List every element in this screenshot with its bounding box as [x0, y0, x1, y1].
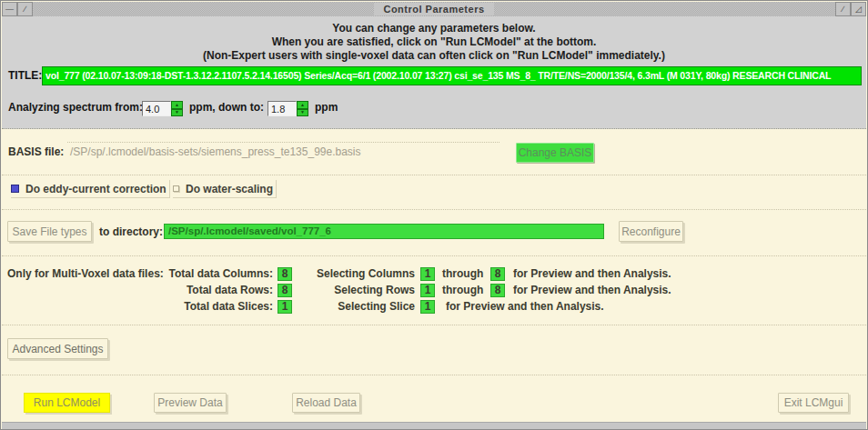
multivoxel-row-slices: Total data Slices: 1 Selecting Slice 1 f… [2, 300, 866, 316]
separator-3 [2, 255, 866, 256]
selecting-columns-from[interactable]: 1 [420, 267, 435, 281]
spinner-up-icon[interactable]: ▲ [171, 101, 183, 109]
total-columns-label: Total data Columns: [2, 267, 273, 280]
total-rows-label: Total data Rows: [2, 284, 273, 296]
through-label: through [442, 267, 483, 280]
total-slices-value[interactable]: 1 [278, 300, 292, 314]
advanced-settings-button[interactable]: Advanced Settings [7, 338, 108, 359]
instruction-line-3: (Non-Expert users with single-voxel data… [2, 49, 866, 63]
water-scaling-label: Do water-scaling [186, 183, 273, 195]
columns-suffix-label: for Preview and then Analysis. [513, 267, 671, 280]
spinner-down-icon[interactable]: ▼ [297, 109, 308, 117]
window-menu-icon[interactable]: — [2, 2, 17, 16]
analyze-from-label: Analyzing spectrum from: [8, 101, 143, 114]
run-lcmodel-button[interactable]: Run LCModel [24, 393, 110, 413]
selecting-slice-label: Selecting Slice [302, 300, 415, 313]
through-label: through [442, 284, 483, 296]
ppm-to-spinner: ▲ ▼ [297, 101, 308, 116]
header-panel: You can change any parameters below. Whe… [2, 16, 866, 129]
separator-2 [2, 209, 866, 210]
instructions: You can change any parameters below. Whe… [2, 22, 866, 63]
basis-field-rule [67, 142, 500, 143]
separator-4 [2, 325, 866, 325]
title-row: TITLE: vol_777 (02.10.07-13:09:18-DST-1.… [8, 66, 862, 85]
ppm-from-spinner: ▲ ▼ [171, 101, 183, 116]
instruction-line-2: When you are satisfied, click on "Run LC… [2, 35, 866, 49]
checkbox-unchecked-icon[interactable] [173, 185, 179, 192]
preview-data-button[interactable]: Preview Data [154, 393, 227, 413]
separator-1 [2, 175, 866, 175]
titlebar: — ∕ Control Parameters ∕ ◿ [2, 2, 866, 16]
spinner-down-icon[interactable]: ▼ [171, 109, 183, 117]
total-rows-value[interactable]: 8 [278, 284, 292, 297]
window-title-area: Control Parameters [33, 2, 835, 16]
analyze-end-label: ppm [315, 101, 338, 114]
window-shade-icon[interactable]: ∕ [17, 2, 33, 16]
to-directory-label: to directory: [99, 225, 163, 238]
water-scaling-toggle[interactable]: Do water-scaling [173, 180, 277, 198]
basis-file-label: BASIS file: [8, 145, 64, 158]
control-parameters-window: — ∕ Control Parameters ∕ ◿ You can chang… [0, 0, 868, 430]
multivoxel-row-columns: Only for Multi-Voxel data files: Total d… [2, 267, 866, 284]
reload-data-button[interactable]: Reload Data [292, 393, 360, 413]
selecting-rows-from[interactable]: 1 [420, 284, 435, 297]
change-basis-button[interactable]: Change BASIS [516, 143, 594, 163]
title-label: TITLE: [8, 69, 42, 82]
minimize-icon[interactable]: ∕ [835, 2, 851, 16]
ppm-from-input[interactable] [142, 101, 171, 116]
selecting-rows-to[interactable]: 8 [490, 284, 505, 297]
analyze-row: Analyzing spectrum from: ▲ ▼ ppm, down t… [8, 101, 854, 119]
spinner-up-icon[interactable]: ▲ [297, 101, 308, 109]
selecting-slice-value[interactable]: 1 [420, 300, 435, 314]
save-directory-field[interactable]: /SP/sp/.lcmodel/saved/vol_777_6 [164, 224, 604, 239]
rows-suffix-label: for Preview and then Analysis. [513, 284, 671, 296]
ppm-to-input[interactable] [267, 101, 297, 116]
basis-path[interactable]: /SP/sp/.lcmodel/basis-sets/siemens_press… [70, 145, 361, 158]
checkbox-checked-icon[interactable] [11, 185, 19, 193]
maximize-icon[interactable]: ◿ [851, 2, 866, 16]
selecting-rows-label: Selecting Rows [302, 284, 415, 296]
instruction-line-1: You can change any parameters below. [2, 22, 866, 35]
slice-suffix-label: for Preview and then Analysis. [446, 300, 604, 313]
save-file-types-button[interactable]: Save File types [7, 221, 92, 242]
eddy-current-toggle[interactable]: Do eddy-current correction [11, 180, 170, 198]
separator-5 [2, 375, 866, 375]
main-panel: BASIS file: /SP/sp/.lcmodel/basis-sets/s… [2, 130, 866, 421]
reconfigure-button[interactable]: Reconfigure [619, 221, 683, 242]
exit-lcmgui-button[interactable]: Exit LCMgui [778, 393, 849, 413]
window-title: Control Parameters [374, 3, 493, 15]
total-columns-value[interactable]: 8 [278, 267, 292, 281]
selecting-columns-label: Selecting Columns [302, 267, 415, 280]
analyze-mid-label: ppm, down to: [189, 101, 264, 114]
total-slices-label: Total data Slices: [2, 300, 273, 313]
selecting-columns-to[interactable]: 8 [490, 267, 505, 281]
multivoxel-row-rows: Total data Rows: 8 Selecting Rows 1 thro… [2, 284, 866, 300]
eddy-current-label: Do eddy-current correction [25, 183, 167, 195]
window-bottom-border [2, 422, 866, 429]
title-value-field[interactable]: vol_777 (02.10.07-13:09:18-DST-1.3.12.2.… [42, 66, 862, 85]
